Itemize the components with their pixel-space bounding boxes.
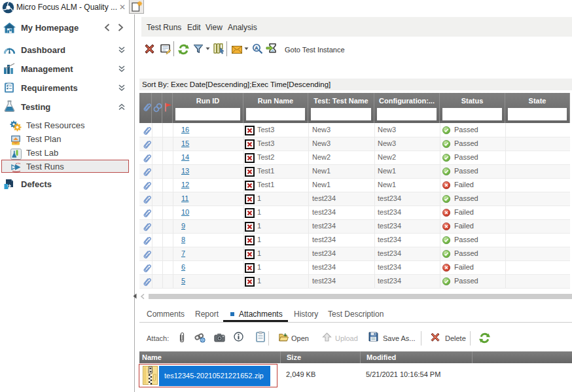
- svg-text:A: A: [255, 45, 259, 51]
